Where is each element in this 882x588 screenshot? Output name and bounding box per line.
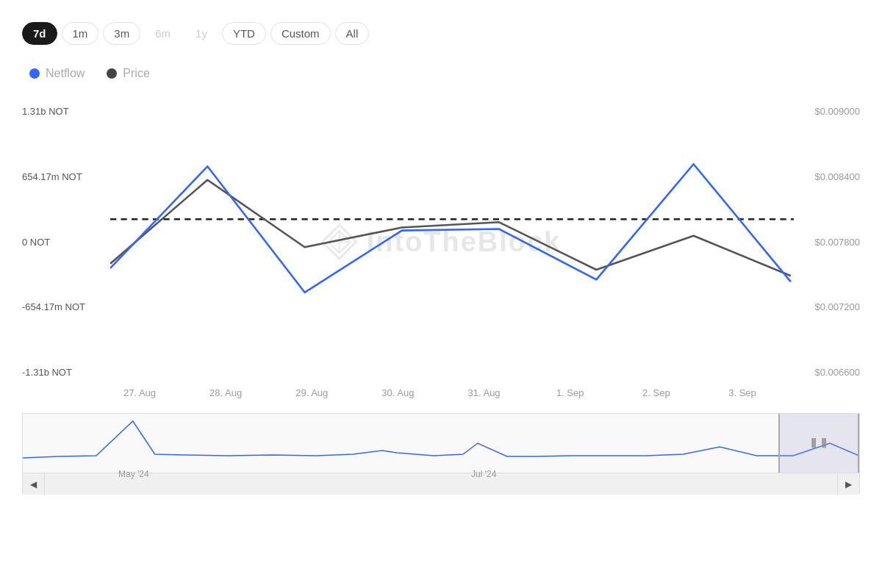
main-container: 7d1m3m6m1yYTDCustomAll NetflowPrice Into… [0, 0, 882, 509]
chart-svg-container [110, 102, 794, 381]
mini-chart-navigator: May '24 Jul '24 ⦀ ⦀ ◀ ▶ [22, 413, 860, 494]
legend-dot-price [107, 68, 117, 79]
y-left-label-3: -654.17m NOT [22, 301, 110, 312]
time-btn-ytd[interactable]: YTD [222, 22, 266, 45]
time-btn-1m[interactable]: 1m [62, 22, 99, 45]
time-btn-custom[interactable]: Custom [270, 22, 331, 45]
x-label-3: 30. Aug [368, 387, 427, 398]
time-range-bar: 7d1m3m6m1yYTDCustomAll [22, 15, 860, 60]
nav-bar: ◀ ▶ [23, 473, 859, 495]
legend-label-netflow: Netflow [46, 67, 85, 80]
handle-left-icon[interactable]: ⦀ [811, 436, 817, 451]
y-right-label-3: $0.007200 [815, 301, 860, 312]
y-right-label-2: $0.007800 [815, 237, 860, 248]
time-btn-7d[interactable]: 7d [22, 22, 57, 45]
time-btn-all[interactable]: All [335, 22, 370, 45]
time-btn-1y: 1y [185, 23, 218, 44]
y-right-label-1: $0.008400 [815, 171, 860, 182]
chart-area: IntoTheBlock 1.31b NOT654.17m NOT0 NOT-6… [22, 102, 860, 381]
legend: NetflowPrice [22, 60, 860, 102]
x-label-2: 29. Aug [282, 387, 341, 398]
time-btn-6m: 6m [145, 23, 181, 44]
y-right-label-0: $0.009000 [815, 106, 860, 117]
mini-chart-inner: May '24 Jul '24 ⦀ ⦀ [23, 414, 859, 473]
x-label-5: 1. Sep [541, 387, 600, 398]
legend-item-netflow: Netflow [29, 67, 85, 80]
y-left-label-0: 1.31b NOT [22, 106, 110, 117]
y-right-label-4: $0.006600 [815, 367, 860, 378]
legend-label-price: Price [123, 67, 149, 80]
y-left-label-1: 654.17m NOT [22, 171, 110, 182]
selected-region[interactable]: ⦀ ⦀ [778, 414, 859, 473]
y-left-label-4: -1.31b NOT [22, 367, 110, 378]
legend-dot-netflow [29, 68, 40, 79]
legend-item-price: Price [107, 67, 149, 80]
handle-right-icon[interactable]: ⦀ [821, 436, 827, 451]
time-btn-3m[interactable]: 3m [103, 22, 140, 45]
x-label-6: 2. Sep [627, 387, 686, 398]
x-axis: 27. Aug28. Aug29. Aug30. Aug31. Aug1. Se… [22, 381, 860, 398]
nav-track [45, 473, 837, 495]
y-axis-left: 1.31b NOT654.17m NOT0 NOT-654.17m NOT-1.… [22, 102, 110, 381]
nav-right-arrow[interactable]: ▶ [837, 473, 859, 495]
x-label-4: 31. Aug [455, 387, 514, 398]
nav-left-arrow[interactable]: ◀ [23, 473, 45, 495]
chart-wrapper: IntoTheBlock 1.31b NOT654.17m NOT0 NOT-6… [22, 102, 860, 398]
y-left-label-2: 0 NOT [22, 237, 110, 248]
x-label-1: 28. Aug [196, 387, 255, 398]
x-label-0: 27. Aug [110, 387, 169, 398]
x-label-7: 3. Sep [713, 387, 772, 398]
y-axis-right: $0.009000$0.008400$0.007800$0.007200$0.0… [794, 102, 860, 381]
